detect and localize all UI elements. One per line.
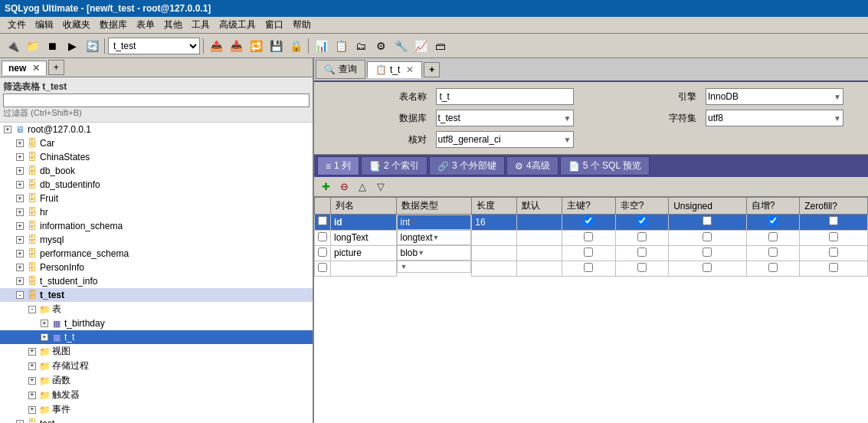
col-autoincrement-cell[interactable] [746, 261, 800, 276]
tb-btn10[interactable]: 🔧 [391, 37, 410, 55]
tb-btn12[interactable]: 🗃 [431, 37, 450, 55]
tree-node-db-studentinfo[interactable]: + 🗄 db_studentinfo [0, 178, 313, 192]
expand-t-student-info[interactable]: + [14, 275, 26, 287]
rtab-t-t[interactable]: 📋 t_t ✕ [367, 61, 422, 78]
tab-new[interactable]: new ✕ [2, 61, 47, 75]
tree-node-tables-folder[interactable]: - 📁 表 [0, 302, 313, 316]
expand-hr[interactable]: + [14, 206, 26, 218]
col-type-cell[interactable]: ▼ [397, 261, 472, 273]
expand-test[interactable]: + [14, 418, 26, 423]
expand-views-folder[interactable]: + [26, 346, 38, 358]
expand-db-studentinfo[interactable]: + [14, 179, 26, 191]
col-unsigned-cell[interactable] [669, 261, 746, 276]
autoincrement-checkbox[interactable] [768, 248, 778, 257]
table-row[interactable]: pictureblob ▼ [315, 245, 868, 261]
tree-node-views-folder[interactable]: + 📁 视图 [0, 344, 313, 359]
row-checkbox[interactable] [318, 263, 327, 272]
pk-checkbox[interactable] [584, 232, 593, 241]
tb-open[interactable]: 📁 [23, 37, 41, 55]
tb-btn9[interactable]: ⚙ [372, 37, 390, 55]
tb-btn5[interactable]: 🔒 [287, 37, 305, 55]
col-autoincrement-cell[interactable] [746, 245, 800, 261]
expand-fruit[interactable]: + [14, 192, 26, 205]
menu-other[interactable]: 其他 [159, 17, 187, 33]
notnull-checkbox[interactable] [637, 248, 647, 257]
menu-edit[interactable]: 编辑 [31, 17, 58, 33]
stab-foreignkeys[interactable]: 🔗 3 个外部键 [429, 156, 505, 175]
tree-node-chinastates[interactable]: + 🗄 ChinaStates [0, 150, 313, 164]
delete-row-btn[interactable]: ⊖ [336, 179, 352, 195]
col-zerofill-cell[interactable] [800, 230, 868, 245]
tb-btn2[interactable]: 📥 [227, 37, 245, 55]
tree-node-fruit[interactable]: + 🗄 Fruit [0, 192, 313, 205]
col-type-cell[interactable]: longtext ▼ [397, 230, 472, 245]
expand-info-schema[interactable]: + [14, 220, 26, 232]
col-autoincrement-cell[interactable] [746, 230, 800, 245]
col-autoincrement-cell[interactable] [746, 215, 800, 231]
menu-help[interactable]: 帮助 [288, 17, 316, 33]
menu-window[interactable]: 窗口 [260, 17, 288, 33]
type-dropdown-arrow[interactable]: ▼ [433, 234, 440, 241]
stab-columns[interactable]: ≡ 1 列 [317, 156, 359, 175]
expand-procedures-folder[interactable]: + [26, 360, 38, 372]
tree-node-triggers-folder[interactable]: + 📁 触发器 [0, 388, 313, 402]
notnull-checkbox[interactable] [637, 216, 647, 225]
col-zerofill-cell[interactable] [800, 261, 868, 276]
expand-t-t[interactable]: + [38, 331, 51, 343]
zerofill-checkbox[interactable] [829, 248, 838, 257]
tree-node-t-t[interactable]: + ▦ t_t [0, 330, 313, 344]
col-notnull-cell[interactable] [615, 261, 669, 276]
zerofill-checkbox[interactable] [829, 232, 838, 241]
tree-node-t-test[interactable]: - 🗄 t_test [0, 288, 313, 302]
notnull-checkbox[interactable] [637, 263, 647, 272]
col-type-cell[interactable]: blob ▼ [397, 245, 472, 261]
engine-select[interactable]: InnoDB ▼ [706, 88, 843, 105]
tree-node-perf-schema[interactable]: + 🗄 performance_schema [0, 247, 313, 261]
menu-table[interactable]: 表单 [132, 17, 159, 33]
table-row[interactable]: longTextlongtext ▼ [315, 230, 868, 245]
tree-node-events-folder[interactable]: + 📁 事件 [0, 402, 313, 417]
expand-t-birthday[interactable]: + [38, 317, 51, 330]
unsigned-checkbox[interactable] [703, 248, 712, 257]
col-zerofill-cell[interactable] [800, 245, 868, 261]
expand-events-folder[interactable]: + [26, 404, 38, 416]
table-row[interactable]: idint ▼16 [315, 215, 868, 231]
menu-favorites[interactable]: 收藏夹 [58, 17, 95, 33]
move-down-btn[interactable]: ▽ [372, 179, 389, 195]
col-zerofill-cell[interactable] [800, 215, 868, 231]
tree-node-mysql[interactable]: + 🗄 mysql [0, 233, 313, 247]
charset-select[interactable]: utf8 ▼ [706, 110, 843, 126]
tb-btn7[interactable]: 📋 [332, 37, 350, 55]
col-unsigned-cell[interactable] [669, 245, 746, 261]
row-checkbox[interactable] [318, 248, 327, 257]
unsigned-checkbox[interactable] [703, 216, 712, 225]
tree-node-db-book[interactable]: + 🗄 db_book [0, 164, 313, 178]
menu-database[interactable]: 数据库 [95, 17, 132, 33]
col-notnull-cell[interactable] [615, 215, 669, 231]
stab-advanced[interactable]: ⚙ 4高级 [506, 156, 558, 175]
menu-advanced-tools[interactable]: 高级工具 [215, 17, 260, 33]
tb-btn3[interactable]: 🔁 [247, 37, 265, 55]
menu-tools[interactable]: 工具 [187, 17, 215, 33]
zerofill-checkbox[interactable] [829, 216, 838, 225]
type-dropdown-arrow[interactable]: ▼ [418, 249, 424, 257]
col-type-cell[interactable]: int ▼ [397, 215, 472, 230]
col-pk-cell[interactable] [562, 261, 616, 276]
tb-new-connection[interactable]: 🔌 [3, 37, 21, 55]
tree-node-test[interactable]: + 🗄 test [0, 417, 313, 423]
stab-sql-preview[interactable]: 📄 5 个 SQL 预览 [560, 156, 650, 175]
expand-tables-folder[interactable]: - [26, 303, 38, 316]
type-dropdown-arrow[interactable]: ▼ [410, 218, 417, 226]
collation-select[interactable]: utf8_general_ci ▼ [436, 131, 574, 148]
tb-btn11[interactable]: 📈 [411, 37, 430, 55]
tree-node-info-schema[interactable]: + 🗄 information_schema [0, 219, 313, 233]
add-row-btn[interactable]: ✚ [317, 179, 334, 195]
rtab-query[interactable]: 🔍 查询 [316, 60, 365, 79]
tab-add[interactable]: + [48, 60, 64, 75]
move-up-btn[interactable]: △ [354, 179, 371, 195]
unsigned-checkbox[interactable] [703, 263, 712, 272]
tb-btn1[interactable]: 📤 [207, 37, 225, 55]
tb-stop[interactable]: ⏹ [43, 37, 61, 55]
unsigned-checkbox[interactable] [703, 232, 712, 241]
expand-car[interactable]: + [14, 137, 26, 149]
